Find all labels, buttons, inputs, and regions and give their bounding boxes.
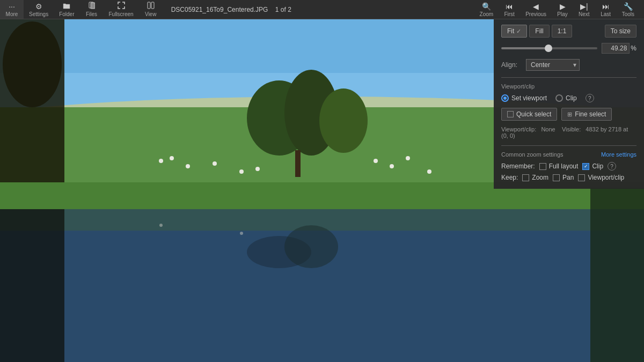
zoom-keep-checkbox-box bbox=[522, 174, 529, 181]
toolbar-right-group: 🔍 Zoom ⏮ First ◀ Previous ▶ Play ▶| Next… bbox=[474, 1, 640, 18]
remember-help-button[interactable]: ? bbox=[608, 162, 616, 171]
last-icon: ⏭ bbox=[602, 2, 610, 11]
to-size-button[interactable]: To size bbox=[605, 25, 636, 38]
svg-point-9 bbox=[319, 88, 368, 153]
fine-select-button[interactable]: ⊞ Fine select bbox=[561, 108, 612, 121]
right-panel: Fit ✓ Fill 1:1 To size % Align: Center L… bbox=[494, 19, 644, 189]
tools-icon: 🔧 bbox=[624, 2, 633, 11]
next-icon: ▶| bbox=[580, 2, 588, 11]
folder-icon bbox=[63, 2, 70, 11]
zoom-slider[interactable] bbox=[501, 47, 597, 49]
clip-remember-checkbox-box bbox=[582, 163, 589, 170]
common-zoom-title: Common zoom settings bbox=[501, 151, 564, 158]
viewport-clip-keep-checkbox[interactable]: Viewport/clip bbox=[578, 174, 624, 181]
full-layout-checkbox-box bbox=[539, 163, 546, 170]
zoom-slider-row: % bbox=[501, 43, 636, 54]
svg-point-27 bbox=[240, 232, 243, 235]
fit-checkmark: ✓ bbox=[516, 28, 521, 35]
align-select[interactable]: Center Left Right Top Bottom bbox=[526, 59, 580, 71]
settings-icon: ⚙ bbox=[35, 2, 42, 11]
fullscreen-icon bbox=[118, 2, 125, 11]
align-select-wrap: Center Left Right Top Bottom bbox=[526, 59, 580, 71]
toolbar-view[interactable]: View bbox=[139, 0, 163, 19]
filename-display: DSC05921_16To9_Centered.JPG 1 of 2 bbox=[163, 6, 474, 13]
svg-point-14 bbox=[284, 225, 338, 268]
toolbar-files[interactable]: Files bbox=[80, 0, 104, 19]
panel-divider-2 bbox=[501, 145, 636, 146]
viewport-section-title: Viewport/clip bbox=[501, 83, 636, 90]
pan-keep-checkbox-box bbox=[553, 174, 560, 181]
full-layout-checkbox[interactable]: Full layout bbox=[539, 162, 579, 170]
keep-row: Keep: Zoom Pan Viewport/clip bbox=[501, 174, 636, 181]
radio-row: Set viewport Clip ? bbox=[501, 94, 636, 102]
set-viewport-radio[interactable]: Set viewport bbox=[501, 94, 547, 102]
toolbar-zoom[interactable]: 🔍 Zoom bbox=[474, 1, 499, 18]
svg-point-22 bbox=[374, 159, 378, 163]
svg-rect-15 bbox=[0, 209, 64, 362]
toolbar-settings[interactable]: ⚙ Settings bbox=[24, 0, 54, 19]
svg-rect-28 bbox=[590, 188, 644, 362]
toolbar-play[interactable]: ▶ Play bbox=[552, 1, 573, 18]
clip-radio[interactable]: Clip bbox=[555, 94, 577, 102]
set-viewport-radio-circle bbox=[501, 94, 509, 102]
svg-point-17 bbox=[170, 156, 174, 160]
svg-point-5 bbox=[3, 21, 62, 107]
toolbar-first[interactable]: ⏮ First bbox=[499, 1, 520, 18]
files-icon bbox=[89, 2, 95, 11]
remember-row: Remember: Full layout Clip ? bbox=[501, 162, 636, 171]
svg-rect-8 bbox=[295, 150, 301, 177]
svg-point-21 bbox=[255, 167, 260, 171]
toolbar-previous[interactable]: ◀ Previous bbox=[520, 1, 552, 18]
toolbar-folder[interactable]: Folder bbox=[54, 0, 79, 19]
svg-rect-30 bbox=[91, 3, 95, 9]
fill-button[interactable]: Fill bbox=[529, 25, 549, 38]
svg-point-25 bbox=[427, 169, 431, 174]
select-buttons-row: Quick select ⊞ Fine select bbox=[501, 108, 636, 121]
first-icon: ⏮ bbox=[506, 2, 513, 11]
zoom-keep-checkbox[interactable]: Zoom bbox=[522, 174, 548, 181]
zoom-icon: 🔍 bbox=[482, 2, 491, 11]
clip-radio-circle bbox=[555, 94, 563, 102]
viewport-help-button[interactable]: ? bbox=[586, 94, 594, 102]
zoom-value-input[interactable] bbox=[602, 43, 630, 54]
previous-icon: ◀ bbox=[533, 2, 539, 11]
svg-point-16 bbox=[159, 159, 163, 163]
svg-rect-31 bbox=[148, 2, 150, 9]
toolbar-last[interactable]: ⏭ Last bbox=[595, 1, 617, 18]
view-icon bbox=[147, 2, 155, 11]
quick-select-checkbox bbox=[507, 111, 514, 117]
svg-point-18 bbox=[186, 164, 190, 168]
one-to-one-button[interactable]: 1:1 bbox=[552, 25, 573, 38]
pan-keep-checkbox[interactable]: Pan bbox=[553, 174, 574, 181]
svg-point-26 bbox=[159, 224, 163, 227]
clip-remember-checkbox[interactable]: Clip bbox=[582, 162, 603, 170]
svg-point-19 bbox=[213, 161, 217, 166]
toolbar-fullscreen[interactable]: Fullscreen bbox=[104, 0, 139, 19]
toolbar-tools[interactable]: 🔧 Tools bbox=[617, 1, 640, 18]
panel-divider-1 bbox=[501, 77, 636, 78]
zoom-buttons-row: Fit ✓ Fill 1:1 To size bbox=[501, 25, 636, 38]
play-icon: ▶ bbox=[560, 2, 566, 11]
svg-rect-32 bbox=[151, 2, 154, 9]
toolbar: ··· More ⚙ Settings Folder Files Fullscr… bbox=[0, 0, 644, 19]
more-icon: ··· bbox=[9, 2, 15, 11]
fit-button[interactable]: Fit ✓ bbox=[501, 25, 527, 38]
svg-point-20 bbox=[239, 169, 244, 174]
zoom-value-box: % bbox=[602, 43, 636, 54]
toolbar-next[interactable]: ▶| Next bbox=[573, 1, 595, 18]
common-zoom-header: Common zoom settings More settings bbox=[501, 151, 636, 158]
more-settings-link[interactable]: More settings bbox=[601, 151, 636, 158]
viewport-info-row: Viewport/clip: None Visible: 4832 by 271… bbox=[501, 126, 636, 139]
fine-select-grid-icon: ⊞ bbox=[567, 111, 572, 118]
align-row: Align: Center Left Right Top Bottom bbox=[501, 59, 636, 71]
svg-point-23 bbox=[390, 164, 394, 168]
viewport-clip-keep-checkbox-box bbox=[578, 174, 585, 181]
quick-select-button[interactable]: Quick select bbox=[501, 108, 557, 121]
toolbar-more[interactable]: ··· More bbox=[0, 0, 24, 19]
svg-point-24 bbox=[406, 156, 410, 160]
